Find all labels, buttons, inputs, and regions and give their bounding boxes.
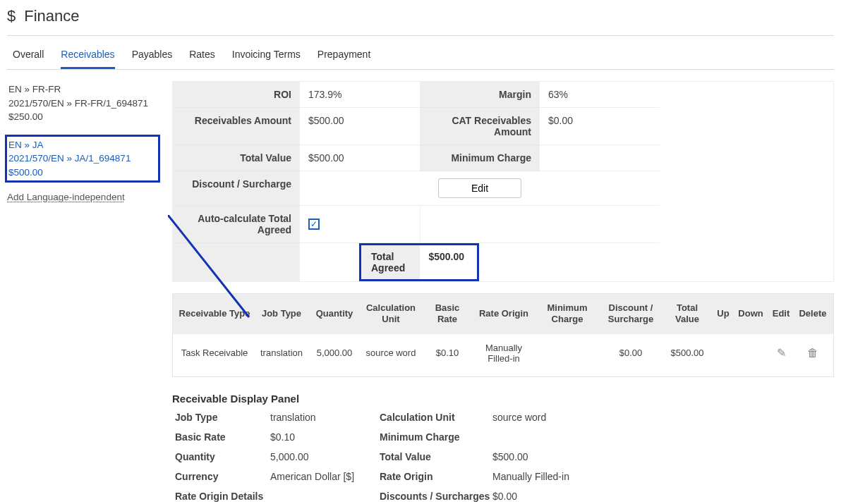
margin-label: Margin (420, 82, 540, 108)
cat-receivables-amount-value: $0.00 (540, 108, 660, 145)
sidebar-ref: 2021/570/EN » JA/1_694871 (8, 152, 157, 166)
col-rate-origin: Rate Origin (472, 305, 536, 322)
value-total-value: $500.00 (492, 451, 605, 462)
label-discounts: Discounts / Surcharges (380, 491, 492, 502)
cell-job-type: translation (253, 346, 310, 359)
autocalc-label: Auto-calculate Total Agreed (173, 206, 300, 243)
cell-receivable-type: Task Receivable (176, 346, 253, 359)
discount-surcharge-label: Discount / Surcharge (173, 171, 300, 206)
label-calc-unit: Calculation Unit (380, 412, 492, 423)
value-calc-unit: source word (492, 412, 605, 423)
sidebar-item-en-ja[interactable]: EN » JA 2021/570/EN » JA/1_694871 $500.0… (7, 137, 158, 181)
roi-label: ROI (173, 82, 300, 108)
cell-basic-rate: $0.10 (423, 346, 472, 359)
spacer (420, 206, 540, 243)
tab-overall[interactable]: Overall (13, 49, 44, 69)
delete-row-button[interactable]: 🗑 (795, 345, 830, 361)
col-quantity: Quantity (310, 305, 359, 322)
sidebar-pair: EN » JA (8, 138, 157, 152)
value-job-type: translation (270, 412, 380, 423)
add-language-independent-link[interactable]: Add Language-independent (7, 192, 158, 202)
total-agreed-row: Total Agreed $500.00 (173, 243, 420, 281)
value-quantity: 5,000.00 (270, 451, 380, 462)
cell-quantity: 5,000.00 (310, 346, 359, 359)
receivables-content: ROI 173.9% Margin 63% Receivables Amount… (167, 81, 834, 504)
total-value-label: Total Value (173, 145, 300, 171)
sidebar-item-en-fr[interactable]: EN » FR-FR 2021/570/EN » FR-FR/1_694871 … (7, 81, 158, 125)
discount-surcharge-cell (300, 171, 420, 206)
cell-down (734, 352, 767, 355)
tab-rates[interactable]: Rates (189, 49, 215, 69)
page-header: $ Finance (7, 0, 834, 36)
trash-icon: 🗑 (807, 347, 818, 359)
value-basic-rate: $0.10 (270, 431, 380, 443)
receivables-table: Receivable Type Job Type Quantity Calcul… (172, 293, 834, 377)
col-delete: Delete (795, 305, 830, 322)
label-basic-rate: Basic Rate (175, 431, 270, 443)
col-edit: Edit (767, 305, 795, 322)
label-job-type: Job Type (175, 412, 270, 423)
dollar-icon: $ (7, 7, 16, 25)
edit-discount-button[interactable]: Edit (438, 178, 521, 198)
summary-grid: ROI 173.9% Margin 63% Receivables Amount… (172, 81, 834, 282)
pencil-icon: ✎ (777, 347, 786, 359)
cat-receivables-amount-label: CAT Receivables Amount (420, 108, 540, 145)
sidebar-pair: EN » FR-FR (8, 82, 157, 97)
spacer (540, 206, 660, 243)
total-agreed-highlight: Total Agreed $500.00 (359, 243, 479, 281)
col-calc-unit: Calculation Unit (359, 300, 423, 328)
receivable-display-panel-title: Receivable Display Panel (172, 393, 834, 405)
margin-value: 63% (540, 82, 660, 108)
cell-total-value: $500.00 (662, 346, 712, 359)
autocalc-checkbox[interactable]: ✓ (308, 219, 320, 230)
sidebar-amount: $500.00 (8, 166, 157, 180)
value-currency: American Dollar [$] (270, 471, 380, 482)
tab-payables[interactable]: Payables (132, 49, 173, 69)
label-rate-origin-details: Rate Origin Details (175, 491, 380, 502)
col-total-value: Total Value (662, 300, 712, 328)
minimum-charge-label: Minimum Charge (420, 145, 540, 171)
col-up: Up (712, 305, 734, 322)
cell-calc-unit: source word (359, 346, 423, 359)
value-min-charge (492, 431, 605, 443)
receivable-display-panel: Job Type translation Calculation Unit so… (172, 412, 834, 505)
finance-tabs: Overall Receivables Payables Rates Invoi… (7, 49, 834, 70)
col-job-type: Job Type (253, 305, 310, 322)
tab-prepayment[interactable]: Prepayment (317, 49, 370, 69)
receivables-amount-label: Receivables Amount (173, 108, 300, 145)
value-discounts: $0.00 (492, 491, 605, 502)
value-rate-origin: Manually Filled-in (492, 471, 605, 482)
tab-invoicing-terms[interactable]: Invoicing Terms (232, 49, 301, 69)
tab-receivables[interactable]: Receivables (61, 49, 114, 69)
spacer (540, 171, 660, 206)
label-min-charge: Minimum Charge (380, 431, 492, 443)
col-discount: Discount / Surcharge (599, 300, 662, 328)
table-header-row: Receivable Type Job Type Quantity Calcul… (173, 294, 833, 334)
cell-rate-origin: Manually Filled-in (472, 341, 536, 365)
label-currency: Currency (175, 471, 270, 482)
cell-up (712, 352, 734, 355)
label-quantity: Quantity (175, 451, 270, 462)
receivables-amount-value: $500.00 (300, 108, 420, 145)
total-agreed-value: $500.00 (420, 245, 477, 279)
total-agreed-label: Total Agreed (361, 245, 420, 279)
language-sidebar: EN » FR-FR 2021/570/EN » FR-FR/1_694871 … (7, 81, 167, 504)
table-row: Task Receivable translation 5,000.00 sou… (173, 334, 833, 376)
page-title: Finance (24, 7, 79, 25)
roi-value: 173.9% (300, 82, 420, 108)
col-receivable-type: Receivable Type (176, 305, 253, 322)
autocalc-cell: ✓ (300, 206, 420, 243)
sidebar-amount: $250.00 (8, 110, 157, 124)
discount-edit-cell: Edit (420, 171, 540, 206)
spacer (540, 243, 660, 281)
minimum-charge-value (540, 145, 660, 171)
label-rate-origin: Rate Origin (380, 471, 492, 482)
col-min-charge: Minimum Charge (536, 300, 599, 328)
label-total-value: Total Value (380, 451, 492, 462)
cell-discount: $0.00 (599, 346, 662, 359)
col-down: Down (734, 305, 767, 322)
col-basic-rate: Basic Rate (423, 300, 472, 328)
sidebar-ref: 2021/570/EN » FR-FR/1_694871 (8, 97, 157, 111)
total-value-value: $500.00 (300, 145, 420, 171)
edit-row-button[interactable]: ✎ (767, 345, 795, 361)
